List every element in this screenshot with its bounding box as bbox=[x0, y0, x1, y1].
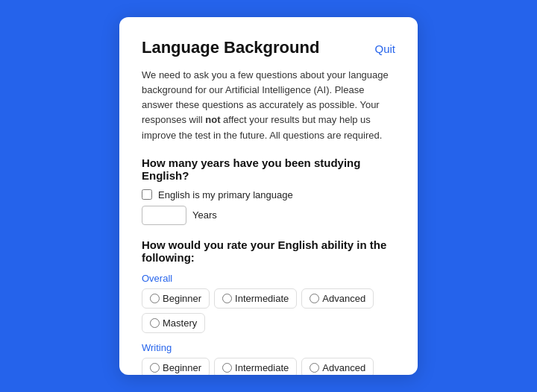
years-question: How many years have you been studying En… bbox=[142, 157, 395, 182]
overall-advanced-option[interactable]: Advanced bbox=[301, 288, 374, 309]
primary-language-label[interactable]: English is my primary language bbox=[158, 189, 293, 200]
primary-language-checkbox[interactable] bbox=[142, 189, 152, 200]
skill-writing: Writing Beginner Intermediate Advanced M… bbox=[142, 342, 395, 375]
overall-intermediate-option[interactable]: Intermediate bbox=[214, 288, 297, 309]
overall-intermediate-radio[interactable] bbox=[222, 294, 232, 303]
modal-header: Language Background Quit bbox=[142, 38, 395, 57]
overall-mastery-radio[interactable] bbox=[150, 318, 160, 328]
writing-advanced-label: Advanced bbox=[322, 362, 365, 373]
overall-radio-group: Beginner Intermediate Advanced Mastery bbox=[142, 288, 395, 333]
writing-beginner-label: Beginner bbox=[163, 362, 201, 373]
years-row: Years bbox=[142, 206, 395, 225]
rating-question: How would you rate your English ability … bbox=[142, 238, 395, 264]
writing-radio-group: Beginner Intermediate Advanced Mastery bbox=[142, 358, 395, 375]
overall-intermediate-label: Intermediate bbox=[235, 293, 289, 304]
overall-beginner-label: Beginner bbox=[163, 293, 201, 304]
description-text: We need to ask you a few questions about… bbox=[142, 68, 395, 143]
modal-title: Language Background bbox=[142, 38, 319, 57]
writing-advanced-option[interactable]: Advanced bbox=[301, 358, 374, 375]
overall-mastery-option[interactable]: Mastery bbox=[142, 313, 205, 333]
writing-advanced-radio[interactable] bbox=[310, 363, 319, 373]
skill-overall-label: Overall bbox=[142, 273, 395, 284]
description-bold: not bbox=[205, 114, 220, 125]
writing-intermediate-radio[interactable] bbox=[222, 363, 232, 373]
writing-beginner-radio[interactable] bbox=[150, 363, 160, 373]
overall-advanced-label: Advanced bbox=[322, 293, 365, 304]
overall-beginner-option[interactable]: Beginner bbox=[142, 288, 210, 309]
overall-advanced-radio[interactable] bbox=[310, 294, 319, 303]
skill-overall: Overall Beginner Intermediate Advanced M… bbox=[142, 273, 395, 333]
rating-section: How would you rate your English ability … bbox=[142, 238, 395, 375]
primary-language-row: English is my primary language bbox=[142, 189, 395, 200]
writing-intermediate-label: Intermediate bbox=[235, 362, 289, 373]
years-label: Years bbox=[192, 209, 217, 221]
overall-mastery-label: Mastery bbox=[163, 317, 197, 329]
language-background-modal: Language Background Quit We need to ask … bbox=[119, 17, 418, 375]
writing-intermediate-option[interactable]: Intermediate bbox=[214, 358, 297, 375]
years-input[interactable] bbox=[142, 206, 186, 225]
skill-writing-label: Writing bbox=[142, 342, 395, 353]
writing-beginner-option[interactable]: Beginner bbox=[142, 358, 210, 375]
quit-button[interactable]: Quit bbox=[374, 41, 395, 57]
overall-beginner-radio[interactable] bbox=[150, 294, 160, 303]
